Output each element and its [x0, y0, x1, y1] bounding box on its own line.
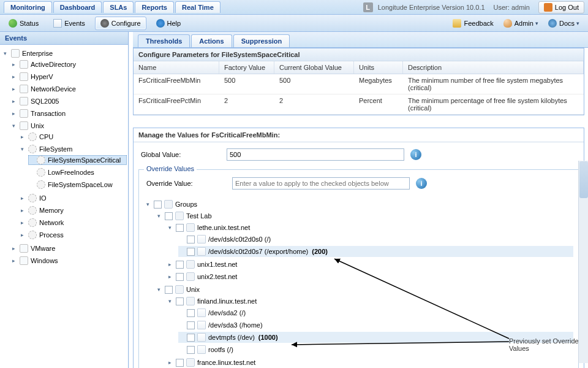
tab-dashboard[interactable]: Dashboard: [53, 1, 102, 13]
checkbox[interactable]: [176, 273, 184, 281]
tree-item[interactable]: ▸NetworkDevice: [11, 84, 127, 94]
checkbox[interactable]: [176, 297, 184, 305]
tree-item[interactable]: ▸Network: [20, 218, 127, 228]
feedback-button[interactable]: Feedback: [448, 17, 498, 29]
tree-label: Network: [39, 219, 64, 226]
gear-icon: [28, 231, 37, 239]
checkbox[interactable]: [187, 309, 195, 317]
tree-item[interactable]: ▸SQL2005: [11, 96, 127, 106]
checkbox[interactable]: [176, 359, 184, 367]
checkbox[interactable]: [187, 346, 195, 354]
tree-node-groups[interactable]: ▾Groups: [145, 199, 573, 210]
override-value: (1000): [258, 334, 278, 341]
tree-node[interactable]: ▾finland.linux.test.net: [167, 296, 573, 307]
tree-item[interactable]: ▸ActiveDirectory: [11, 59, 127, 69]
admin-label: Admin: [514, 20, 533, 27]
group-icon: [164, 200, 173, 209]
events-button[interactable]: Events: [48, 17, 90, 29]
tree-item-selected[interactable]: FileSystemSpaceCritical: [28, 155, 127, 165]
tree-label: Transaction: [31, 110, 66, 117]
events-icon: [53, 19, 62, 28]
docs-menu[interactable]: Docs▾: [543, 17, 584, 29]
tree-item[interactable]: ▸Process: [20, 230, 127, 240]
cell: 500: [274, 74, 354, 94]
tree-item[interactable]: FileSystemSpaceLow: [28, 180, 127, 190]
tree-node[interactable]: ▸unix1.test.net: [167, 259, 573, 270]
table-row[interactable]: FsCriticalFreeMbMin 500 500 Megabytes Th…: [134, 74, 584, 94]
checkbox[interactable]: [187, 248, 195, 256]
tab-monitoring[interactable]: Monitoring: [4, 1, 52, 13]
tree-item[interactable]: LowFreeInodes: [28, 167, 127, 177]
scrollbar[interactable]: [578, 161, 588, 363]
tree-label: CPU: [39, 133, 53, 140]
col-name[interactable]: Name: [134, 61, 219, 74]
col-units[interactable]: Units: [354, 61, 403, 74]
checkbox[interactable]: [154, 201, 162, 209]
tree-node[interactable]: ▸france.linux.test.net: [167, 357, 573, 368]
content: Thresholds Actions Suppression Configure…: [129, 32, 588, 368]
checkbox[interactable]: [187, 236, 195, 243]
metric-icon: [37, 156, 45, 164]
tab-reports[interactable]: Reports: [135, 1, 174, 13]
tree-node[interactable]: /dev/dsk/c0t2d0s0 (/): [178, 234, 573, 245]
checkbox[interactable]: [176, 261, 184, 269]
tab-realtime[interactable]: Real Time: [175, 1, 221, 13]
checkbox[interactable]: [165, 212, 173, 220]
tree-node[interactable]: ▾Test Lab: [156, 210, 573, 221]
global-value-input[interactable]: [227, 148, 404, 161]
tree-node[interactable]: /dev/sda3 (/home): [178, 320, 573, 331]
tree-node[interactable]: ▾lethe.unix.test.net: [167, 222, 573, 233]
info-icon[interactable]: i: [410, 149, 421, 160]
configure-button[interactable]: Configure: [95, 17, 146, 30]
checkbox[interactable]: [165, 286, 173, 294]
tree-label: ActiveDirectory: [31, 61, 76, 68]
tree-item[interactable]: ▸HyperV: [11, 72, 127, 82]
override-value-label: Override Value:: [146, 180, 232, 187]
col-current-global-value[interactable]: Current Global Value: [274, 61, 354, 74]
tree-node[interactable]: ▾Unix: [156, 284, 573, 295]
checkbox[interactable]: [176, 224, 184, 232]
logout-button[interactable]: Log Out: [538, 1, 584, 13]
tree-label: Enterprise: [22, 50, 53, 57]
tree-item[interactable]: ▸Transaction: [11, 109, 127, 118]
disk-icon: [197, 309, 206, 317]
host-icon: [186, 358, 195, 367]
checkbox[interactable]: [187, 321, 195, 329]
tree-root[interactable]: ▾Enterprise: [2, 48, 127, 58]
table-row[interactable]: FsCriticalFreePctMin 2 2 Percent The min…: [134, 94, 584, 115]
subtab-thresholds[interactable]: Thresholds: [138, 34, 190, 47]
version-text: Longitude Enterprise Version 10.0.1: [378, 4, 485, 11]
subtab-actions[interactable]: Actions: [191, 34, 232, 47]
help-button[interactable]: Help: [151, 17, 186, 29]
tree-item[interactable]: ▸CPU: [20, 132, 127, 142]
tree-label: Unix: [31, 122, 44, 129]
tree-node-override[interactable]: /dev/dsk/c0t2d0s7 (/export/home)(200): [178, 246, 573, 257]
toolbar: Status Events Configure Help Feedback Ad…: [0, 15, 588, 32]
checkbox[interactable]: [187, 334, 195, 342]
tree-item[interactable]: ▸Memory: [20, 205, 127, 215]
cell: Megabytes: [354, 74, 403, 94]
scrollbar-thumb[interactable]: [579, 161, 588, 198]
tree-item[interactable]: ▸IO: [20, 193, 127, 203]
tree-item[interactable]: ▸VMware: [11, 243, 127, 253]
events-tree[interactable]: ▾Enterprise ▸ActiveDirectory ▸HyperV ▸Ne…: [0, 45, 128, 368]
col-description[interactable]: Description: [403, 61, 584, 74]
tab-slas[interactable]: SLAs: [103, 1, 134, 13]
tree-label: Unix: [186, 286, 200, 293]
override-value-input[interactable]: [232, 177, 410, 190]
tree-node[interactable]: /dev/sda2 (/): [178, 307, 573, 318]
tree-node[interactable]: ▸unix2.test.net: [167, 271, 573, 282]
gear-icon: [100, 19, 109, 28]
docs-label: Docs: [559, 20, 575, 27]
host-icon: [186, 260, 195, 269]
override-value: (200): [312, 248, 328, 255]
admin-menu[interactable]: Admin▾: [499, 17, 543, 29]
gear-icon: [28, 194, 37, 202]
status-button[interactable]: Status: [4, 17, 43, 29]
col-factory-value[interactable]: Factory Value: [219, 61, 274, 74]
tree-item[interactable]: ▸Windows: [11, 256, 127, 266]
tree-item-unix[interactable]: ▾Unix: [11, 121, 127, 131]
tree-item-filesystem[interactable]: ▾FileSystem: [20, 144, 127, 154]
subtab-suppression[interactable]: Suppression: [233, 34, 290, 47]
info-icon[interactable]: i: [416, 178, 427, 189]
